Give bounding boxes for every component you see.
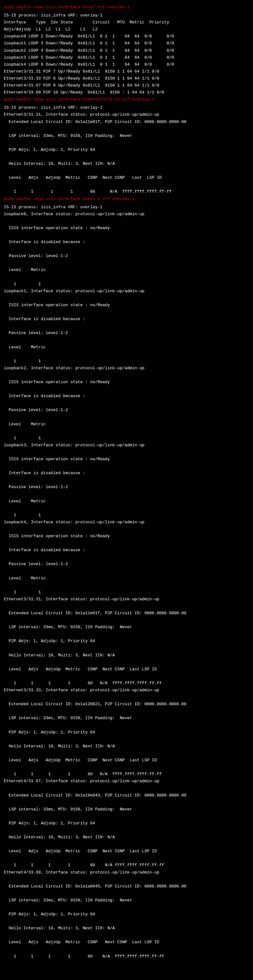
output-line [4, 946, 249, 953]
output-line: 1 1 1 1 60 N/A ffff.ffff.ffff.ff-ff [4, 771, 249, 778]
command-block-1: pod1-leaf1# show isis interface brief vr… [4, 4, 249, 11]
output-line: 1 1 [4, 435, 249, 442]
output-line [4, 813, 249, 820]
output-line: ISIS interface operation state : no/Read… [4, 533, 249, 540]
output-line: Level Adjs AdjsUp Metric CSNP Next CSNP … [4, 848, 249, 855]
output-line [4, 841, 249, 848]
output-line [4, 694, 249, 701]
prompt: pod1-leaf1# [4, 197, 31, 201]
command-string: show isis interface level-1 vrf overlay-… [33, 197, 135, 201]
output-line [4, 890, 249, 897]
output-line [4, 246, 249, 253]
output-line: IS-IS process: isis_infra VRF: overlay-1 [4, 204, 249, 211]
output-line [4, 582, 249, 589]
output-line [4, 932, 249, 939]
prompt: pod1-leaf1# [4, 97, 31, 102]
output-line [4, 491, 249, 498]
output-line: Level Adjs AdjsUp Metric CSNP Next CSNP … [4, 939, 249, 946]
output-line: IS-IS process: isis_infra VRF: overlay-1 [4, 104, 249, 111]
interface-table: loopback0 LOOP 2 Down//Ready 0x01/L1 0 1… [4, 33, 249, 89]
output-line [4, 400, 249, 407]
output-line: Hello Interval: 10, Multi: 3, Next IIH: … [4, 743, 249, 750]
output-line [4, 526, 249, 533]
output-line [4, 673, 249, 680]
output-line: P2P Adjs: 1, AdjsUp: 1, Priority 64 [4, 146, 249, 153]
output-line: 1 1 [4, 358, 249, 365]
output-line [4, 631, 249, 638]
command-text: show isis interface brief vrf overlay-1 [33, 5, 130, 10]
output-line: Hello Interval: 10, Multi: 3, Next IIH: … [4, 925, 249, 932]
output-line: Hello Interval: 10, Multi: 3, Next IIH: … [4, 652, 249, 659]
output-line: Extended Local Circuit ID: 0x1a11e01f, P… [4, 610, 249, 617]
output-line [4, 603, 249, 610]
output-line: Passive level: level-1-2 [4, 484, 249, 491]
output-line [4, 505, 249, 512]
output-line [4, 785, 249, 792]
interface-row: Ethernet3/31.31 P2P 7 Up//Ready 0x01/L1 … [4, 68, 249, 75]
output-line: loopback4, Interface status: protocol-up… [4, 519, 249, 526]
command-string: show isis interface Ethernet3/31.31 vrf … [33, 97, 154, 102]
output-line: 1 1 [4, 281, 249, 288]
output-line: 1 1 1 1 60 N/A ffff.ffff.ffff.ff-ff [4, 188, 249, 195]
row-part: Ethernet4/33.69 P2P 10 Up//Ready 0x01/L1… [4, 90, 122, 95]
output-line: loopback3, Interface status: protocol-up… [4, 442, 249, 449]
output-line [4, 736, 249, 743]
output-line: 1 1 1 1 60 N/A ffff.ffff.ffff.ff-ff [4, 862, 249, 869]
output-line [4, 554, 249, 561]
output-line [4, 386, 249, 393]
interface-row: Ethernet4/31.67 P2P 9 Up//Ready 0x01/L1 … [4, 82, 249, 89]
interface-row: loopback1 LOOP 3 Down//Ready 0x01/L1 0 1… [4, 40, 249, 47]
output-line [4, 750, 249, 757]
interface-row: loopback3 LOOP 5 Down//Ready 0x01/L1 0 1… [4, 54, 249, 61]
output-line: P2P Adjs: 1, AdjsUp: 1, Priority 64 [4, 911, 249, 918]
output-line [4, 167, 249, 174]
output-line: P2P Adjs: 1, AdjsUp: 1, Priority 64 [4, 820, 249, 827]
output-line: LSP interval: 33ms, MTU: 9150, IIH Paddi… [4, 624, 249, 631]
output-line: Extended Local Circuit ID: 0x1a1a0045, P… [4, 883, 249, 890]
output-line: Level Metric [4, 344, 249, 351]
output-line: Level Metric [4, 267, 249, 274]
output-line [4, 126, 249, 132]
output-line: ISIS interface operation state : no/Read… [4, 456, 249, 463]
output-line [4, 274, 249, 281]
output-line: loopback0, Interface status: protocol-up… [4, 211, 249, 218]
output-line [4, 337, 249, 344]
output-line [4, 295, 249, 302]
command-block-2: pod1-leaf1# show isis interface Ethernet… [4, 96, 249, 103]
prompt: pod1-leaf1# [4, 5, 31, 10]
output-line: ISIS interface operation state : no/Read… [4, 302, 249, 309]
output-line: Level Metric [4, 575, 249, 582]
output-line: Passive level: level-1-2 [4, 407, 249, 414]
row-part: 1 64 64 1/1 0/0 [125, 90, 164, 95]
output-line: Ethernet4/31.67, Interface status: proto… [4, 778, 249, 785]
output-line [4, 218, 249, 225]
terminal-output: pod1-leaf1# show isis interface brief vr… [4, 4, 249, 960]
output-line: Interface is disabled because : [4, 547, 249, 554]
output-line: 1 1 [4, 512, 249, 519]
output-line [4, 428, 249, 435]
output-line: Extended Local Circuit ID: 0x1a11e01f, P… [4, 119, 249, 126]
output-line: Hello Interval: 10, Multi: 3, Next IIH: … [4, 834, 249, 841]
output-line: 1 1 [4, 589, 249, 596]
output-line: Hello Interval: 10, Multi: 3, Next IIH: … [4, 161, 249, 167]
output-line: LSP interval: 33ms, MTU: 9150, IIH Paddi… [4, 715, 249, 722]
output-line [4, 764, 249, 771]
output-line [4, 323, 249, 329]
output-line: Ethernet3/31.31, Interface status: proto… [4, 111, 249, 118]
output-line: 1 1 1 1 60 N/A ffff.ffff.ffff.ff-ff [4, 680, 249, 687]
output-line: P2P Adjs: 1, AdjsUp: 1, Priority 64 [4, 729, 249, 736]
output-line: 1 1 1 1 60 N/A ffff.ffff.ffff.ff-ff [4, 953, 249, 960]
output-line: loopback2, Interface status: protocol-up… [4, 365, 249, 372]
output-line: Passive level: level-1-2 [4, 329, 249, 337]
output-line: Ethernet3/31.31, Interface status: proto… [4, 596, 249, 603]
output-line: Extended Local Circuit ID: 0x1a120021, P… [4, 701, 249, 708]
output-line [4, 351, 249, 358]
output-line: loopback1, Interface status: protocol-up… [4, 288, 249, 295]
output-line [4, 153, 249, 161]
interface-row: Ethernet4/33.69 P2P 10 Up//Ready 0x01/L1… [4, 89, 249, 96]
output-line: Level Adjs AdjsUp Metric CSNP Next CSNP … [4, 666, 249, 673]
output-line [4, 855, 249, 862]
loopback-list: loopback0, Interface status: protocol-up… [4, 211, 249, 596]
output-line: Extended Local Circuit ID: 0x1a19e043, P… [4, 792, 249, 799]
output-line [4, 617, 249, 624]
